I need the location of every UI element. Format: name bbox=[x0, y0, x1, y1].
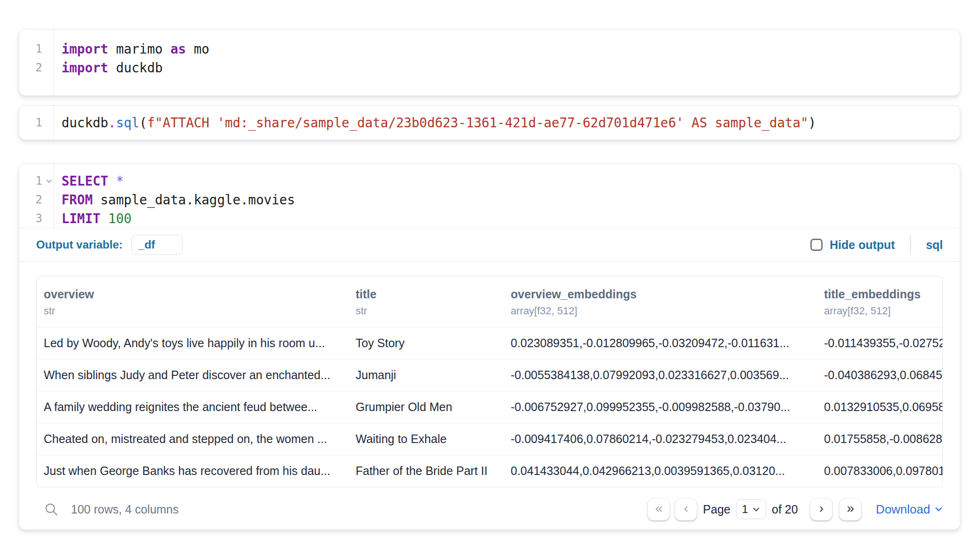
column-header-overview[interactable]: overviewstr bbox=[37, 287, 349, 318]
dataframe-table: overviewstrtitlestroverview_embeddingsar… bbox=[36, 276, 943, 487]
table-cell: 0.041433044,0.042966213,0.0039591365,0.0… bbox=[504, 464, 817, 478]
chevron-down-icon bbox=[934, 505, 943, 513]
prev-page-icon: ‹ bbox=[684, 502, 688, 515]
first-page-button[interactable]: « bbox=[647, 498, 670, 521]
first-page-icon: « bbox=[655, 502, 663, 515]
search-icon[interactable] bbox=[44, 502, 59, 517]
output-variable-input[interactable] bbox=[131, 235, 183, 255]
page-label: Page bbox=[703, 503, 730, 516]
line-number: 1 bbox=[19, 39, 54, 58]
table-cell: 0.0132910535,0.06958 bbox=[817, 400, 942, 414]
table-cell: Father of the Bride Part II bbox=[349, 464, 504, 478]
column-header-overview_embeddings[interactable]: overview_embeddingsarray[f32, 512] bbox=[504, 287, 817, 318]
column-name: overview bbox=[44, 287, 349, 302]
download-button[interactable]: Download bbox=[876, 502, 943, 517]
page-total-label: of 20 bbox=[772, 503, 798, 516]
notebook-cell-sql: 123 SELECT *FROM sample_data.kaggle.movi… bbox=[19, 163, 960, 530]
table-cell: 0.023089351,-0.012809965,-0.03209472,-0.… bbox=[504, 336, 817, 350]
page-select-value: 1 bbox=[742, 503, 748, 516]
table-header-row: overviewstrtitlestroverview_embeddingsar… bbox=[37, 276, 942, 327]
sql-cell-footer-bar: Output variable: Hide output sql bbox=[19, 228, 960, 262]
line-number: 1 bbox=[19, 113, 54, 132]
table-cell: Just when George Banks has recovered fro… bbox=[37, 464, 349, 478]
code-line[interactable]: duckdb.sql(f"ATTACH 'md:_share/sample_da… bbox=[62, 113, 960, 132]
column-name: title bbox=[356, 287, 504, 302]
hide-output-label: Hide output bbox=[830, 238, 895, 252]
table-cell: A family wedding reignites the ancient f… bbox=[37, 400, 349, 414]
line-number-gutter: 123 bbox=[19, 164, 54, 228]
table-row[interactable]: When siblings Judy and Peter discover an… bbox=[37, 359, 942, 391]
code-line[interactable]: import duckdb bbox=[62, 58, 960, 77]
output-variable-label: Output variable: bbox=[36, 238, 123, 251]
chevron-down-icon bbox=[752, 506, 760, 513]
code-line[interactable]: import marimo as mo bbox=[62, 39, 960, 58]
table-cell: Led by Woody, Andy's toys live happily i… bbox=[37, 336, 349, 350]
line-number: 2 bbox=[19, 58, 54, 77]
code-editor[interactable]: import marimo as moimport duckdb bbox=[54, 30, 960, 95]
next-page-icon: › bbox=[819, 502, 824, 515]
table-cell: 0.007833006,0.097801 bbox=[817, 464, 942, 478]
table-cell: -0.006752927,0.099952355,-0.009982588,-0… bbox=[504, 400, 817, 414]
table-cell: When siblings Judy and Peter discover an… bbox=[37, 368, 349, 382]
code-editor[interactable]: SELECT *FROM sample_data.kaggle.moviesLI… bbox=[54, 164, 960, 228]
next-page-button[interactable]: › bbox=[810, 498, 832, 521]
column-type: str bbox=[356, 304, 504, 318]
table-body: Led by Woody, Andy's toys live happily i… bbox=[37, 327, 942, 487]
fold-chevron-icon[interactable] bbox=[46, 171, 53, 190]
column-type: str bbox=[44, 304, 349, 318]
column-type: array[f32, 512] bbox=[824, 304, 942, 318]
row-count-summary: 100 rows, 4 columns bbox=[71, 503, 179, 516]
code-line[interactable]: FROM sample_data.kaggle.movies bbox=[62, 190, 960, 209]
cell-output-area: overviewstrtitlestroverview_embeddingsar… bbox=[19, 262, 960, 529]
table-row[interactable]: Just when George Banks has recovered fro… bbox=[37, 455, 942, 487]
table-cell: -0.0055384138,0.07992093,0.023316627,0.0… bbox=[504, 368, 817, 382]
table-cell: Jumanji bbox=[349, 368, 504, 382]
line-number: 3 bbox=[19, 209, 54, 228]
code-line[interactable]: SELECT * bbox=[62, 171, 960, 190]
table-cell: Grumpier Old Men bbox=[349, 400, 504, 414]
table-row[interactable]: Cheated on, mistreated and stepped on, t… bbox=[37, 423, 942, 455]
column-name: title_embeddings bbox=[824, 287, 942, 302]
table-row[interactable]: A family wedding reignites the ancient f… bbox=[37, 391, 942, 423]
line-number-gutter: 12 bbox=[19, 30, 54, 95]
column-header-title[interactable]: titlestr bbox=[349, 287, 504, 318]
last-page-button[interactable]: » bbox=[839, 498, 862, 521]
table-cell: Waiting to Exhale bbox=[349, 432, 504, 446]
table-cell: -0.009417406,0.07860214,-0.023279453,0.0… bbox=[504, 432, 817, 446]
notebook-cell-imports: 12 import marimo as moimport duckdb bbox=[19, 29, 960, 96]
table-cell: -0.011439355,-0.02752 bbox=[817, 336, 942, 350]
table-cell: Toy Story bbox=[349, 336, 504, 350]
prev-page-button[interactable]: ‹ bbox=[675, 498, 697, 521]
code-line[interactable]: LIMIT 100 bbox=[62, 209, 960, 228]
cell-language-badge[interactable]: sql bbox=[926, 238, 943, 252]
column-type: array[f32, 512] bbox=[511, 304, 817, 318]
column-header-title_embeddings[interactable]: title_embeddingsarray[f32, 512] bbox=[817, 287, 942, 318]
notebook-cell-attach: 1 duckdb.sql(f"ATTACH 'md:_share/sample_… bbox=[19, 105, 960, 140]
download-label: Download bbox=[876, 502, 930, 517]
code-editor[interactable]: duckdb.sql(f"ATTACH 'md:_share/sample_da… bbox=[54, 106, 960, 140]
line-number: 2 bbox=[19, 190, 54, 209]
line-number-gutter: 1 bbox=[19, 106, 54, 140]
hide-output-checkbox[interactable] bbox=[810, 239, 823, 251]
table-row[interactable]: Led by Woody, Andy's toys live happily i… bbox=[37, 327, 942, 359]
table-cell: Cheated on, mistreated and stepped on, t… bbox=[37, 432, 349, 446]
table-cell: 0.01755858,-0.0086286 bbox=[817, 432, 942, 446]
page-select[interactable]: 1 bbox=[736, 499, 766, 519]
table-cell: -0.040386293,0.068451 bbox=[817, 368, 942, 382]
line-number: 1 bbox=[19, 171, 54, 190]
last-page-icon: » bbox=[847, 502, 855, 515]
footer-divider bbox=[910, 235, 911, 254]
table-footer: 100 rows, 4 columns « ‹ Page 1 of 20 › »… bbox=[36, 495, 943, 524]
column-name: overview_embeddings bbox=[511, 287, 817, 302]
